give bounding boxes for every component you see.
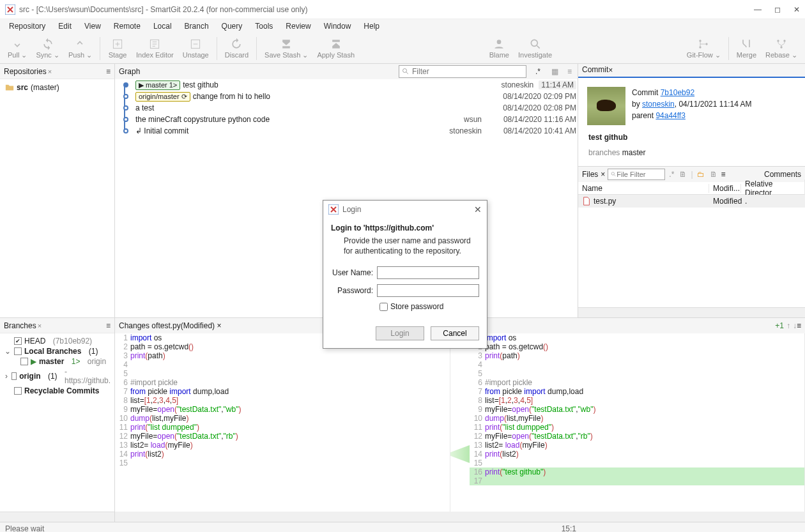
- graph-filter[interactable]: [399, 65, 526, 78]
- close-button[interactable]: ✕: [793, 5, 800, 14]
- merge-button[interactable]: Merge: [733, 35, 760, 62]
- parent-hash-link[interactable]: 94a44ff3: [656, 111, 686, 120]
- code-line: 15: [470, 459, 804, 467]
- checkbox-icon[interactable]: [14, 387, 22, 395]
- menu-branch[interactable]: Branch: [180, 20, 214, 32]
- diff-right-pane[interactable]: 1import os2path = os.getcwd()3print(path…: [470, 333, 805, 512]
- prev-change-icon[interactable]: ↑: [786, 321, 790, 330]
- author-link[interactable]: stoneskin: [642, 100, 675, 109]
- graph-opt2-icon[interactable]: ≡: [567, 67, 572, 76]
- sync-button[interactable]: Sync ⌄: [32, 35, 63, 62]
- svg-point-11: [777, 40, 779, 42]
- checkbox-icon[interactable]: [12, 372, 17, 380]
- branch-local[interactable]: ⌄Local Branches (1): [3, 346, 112, 356]
- menu-view[interactable]: View: [79, 20, 106, 32]
- branch-origin[interactable]: ›origin (1) - https://github.: [3, 367, 112, 386]
- close-panel-icon[interactable]: ×: [608, 66, 613, 75]
- code-line: 7from pickle import dump,load: [470, 387, 804, 396]
- menu-window[interactable]: Window: [319, 20, 356, 32]
- search-icon: [402, 68, 410, 75]
- menu-remote[interactable]: Remote: [109, 20, 146, 32]
- stage-button[interactable]: Stage: [104, 35, 131, 62]
- rebase-button[interactable]: Rebase ⌄: [762, 35, 801, 62]
- close-icon[interactable]: ✕: [474, 204, 482, 215]
- graph-filter-input[interactable]: [412, 67, 523, 76]
- checkbox-icon[interactable]: [20, 358, 28, 365]
- unstage-button[interactable]: Unstage: [179, 35, 213, 62]
- branches-tree: HEAD (7b10eb92) ⌄Local Branches (1) ▶mas…: [0, 333, 114, 512]
- password-input[interactable]: [377, 284, 479, 297]
- file-filter[interactable]: [608, 169, 665, 180]
- username-input[interactable]: [377, 266, 479, 279]
- commit-row[interactable]: origin/master ⟳change from hi to hello08…: [115, 91, 578, 102]
- index-editor-button[interactable]: Index Editor: [132, 35, 178, 62]
- cancel-button[interactable]: Cancel: [431, 326, 479, 340]
- commit-row[interactable]: ▶ master 1>test githubstoneskin11:14 AM: [115, 79, 578, 91]
- svg-point-8: [700, 40, 702, 42]
- branch-head[interactable]: HEAD (7b10eb92): [3, 336, 112, 346]
- repo-name: src: [17, 83, 28, 92]
- scrollbar[interactable]: [0, 512, 114, 522]
- close-panel-icon[interactable]: ×: [215, 321, 221, 330]
- hamburger-icon[interactable]: ≡: [106, 321, 111, 330]
- blame-button[interactable]: Blame: [486, 35, 513, 62]
- menu-local[interactable]: Local: [148, 20, 177, 32]
- hamburger-icon[interactable]: ≡: [797, 321, 801, 330]
- hamburger-icon[interactable]: ≡: [106, 67, 111, 76]
- branch-master[interactable]: ▶master 1> origin: [3, 356, 112, 367]
- code-line: 15: [115, 459, 450, 467]
- gitflow-button[interactable]: Git-Flow ⌄: [683, 35, 724, 62]
- menu-review[interactable]: Review: [280, 20, 316, 32]
- store-password-checkbox[interactable]: [379, 303, 388, 311]
- code-line: 8list=[1,2,3,4,5]: [115, 396, 450, 405]
- repository-item[interactable]: src (master): [3, 82, 112, 93]
- regex-toggle[interactable]: .*: [535, 67, 540, 76]
- menu-help[interactable]: Help: [358, 20, 385, 32]
- password-label: Password:: [331, 286, 373, 295]
- diff-left-pane[interactable]: 1import os2path = os.getcwd()3print(path…: [115, 333, 450, 512]
- file-opt-icon[interactable]: 🗎: [678, 170, 688, 179]
- menu-edit[interactable]: Edit: [53, 20, 77, 32]
- menu-repository[interactable]: Repository: [4, 20, 50, 32]
- hamburger-icon[interactable]: ≡: [721, 170, 726, 179]
- push-button[interactable]: Push ⌄: [65, 35, 96, 62]
- menu-bar: RepositoryEditViewRemoteLocalBranchQuery…: [0, 19, 805, 33]
- folder-icon[interactable]: 🗀: [696, 170, 706, 179]
- regex-toggle[interactable]: .*: [668, 170, 675, 179]
- commit-hash-link[interactable]: 7b10eb92: [661, 88, 694, 97]
- scrollbar[interactable]: [578, 307, 805, 317]
- app-icon: [328, 204, 339, 215]
- commit-row[interactable]: ↲ Initial commitstoneskin08/14/2020 10:4…: [115, 125, 578, 137]
- save-stash-button[interactable]: Save Stash ⌄: [261, 35, 312, 62]
- code-line: 7from pickle import dump,load: [115, 387, 450, 396]
- minimize-button[interactable]: —: [754, 5, 762, 14]
- scrollbar[interactable]: [115, 512, 805, 522]
- file-opt2-icon[interactable]: 🗎: [709, 170, 719, 179]
- login-button[interactable]: Login: [376, 326, 424, 340]
- commit-author: wsun: [436, 115, 487, 124]
- close-panel-icon[interactable]: ×: [48, 68, 52, 75]
- checkbox-icon[interactable]: [14, 347, 22, 355]
- apply-stash-button[interactable]: Apply Stash: [313, 35, 358, 62]
- col-modified[interactable]: Modifi...: [709, 184, 741, 193]
- close-panel-icon[interactable]: ×: [601, 170, 605, 179]
- checkbox-icon[interactable]: [14, 337, 22, 345]
- col-name[interactable]: Name: [578, 184, 709, 193]
- commit-row[interactable]: the mineCraft copystruture python codews…: [115, 114, 578, 125]
- graph-opt-icon[interactable]: ▦: [551, 67, 558, 76]
- svg-point-14: [402, 69, 406, 73]
- maximize-button[interactable]: ◻: [774, 5, 781, 14]
- commit-row[interactable]: a test08/14/2020 02:08 PM: [115, 102, 578, 114]
- code-line: 16print("test github"): [470, 467, 804, 476]
- comments-tab[interactable]: Comments: [764, 170, 801, 179]
- discard-button[interactable]: Discard: [221, 35, 252, 62]
- file-filter-input[interactable]: [617, 171, 662, 178]
- graph-node-icon: [123, 94, 128, 99]
- close-panel-icon[interactable]: ×: [38, 322, 42, 330]
- pull-button[interactable]: Pull ⌄: [4, 35, 31, 62]
- branch-recyclable[interactable]: Recyclable Commits: [3, 386, 112, 396]
- menu-query[interactable]: Query: [217, 20, 248, 32]
- menu-tools[interactable]: Tools: [250, 20, 278, 32]
- investigate-button[interactable]: Investigate: [514, 35, 556, 62]
- file-row[interactable]: test.py Modified .: [578, 195, 805, 208]
